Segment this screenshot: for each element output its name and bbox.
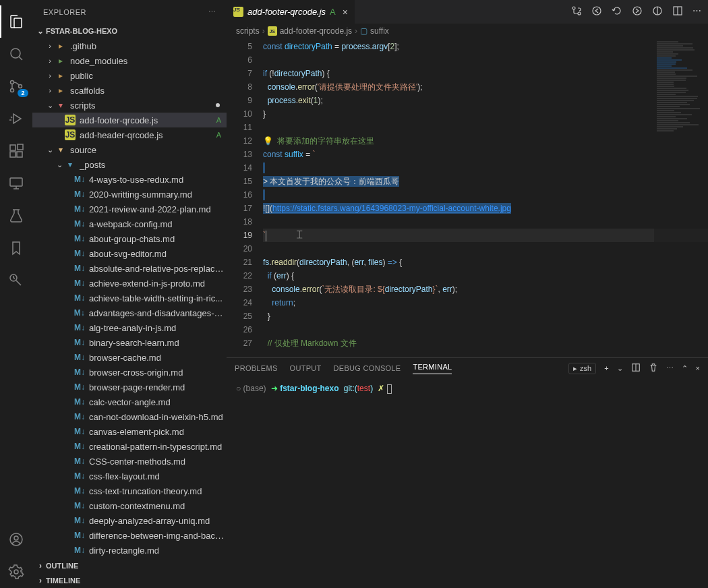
- svg-rect-5: [10, 152, 16, 157]
- breadcrumb-file[interactable]: add-footer-qrcode.js: [280, 26, 352, 36]
- code-content[interactable]: ⌶ const directoryPath = process.argv[2];…: [263, 38, 708, 357]
- breadcrumb-symbol[interactable]: suffix: [370, 26, 389, 36]
- tree-file[interactable]: M↓2020-writting-summary.md: [32, 187, 227, 202]
- compare-icon[interactable]: [571, 5, 582, 18]
- close-panel-icon[interactable]: ×: [696, 364, 700, 372]
- testing-icon[interactable]: [0, 200, 32, 232]
- tree-item-label: 2020-writting-summary.md: [89, 189, 192, 200]
- editor-main: JS add-footer-qrcode.js A × ⋯ scripts › …: [227, 0, 708, 588]
- tree-folder[interactable]: ›▸node_modules: [32, 53, 227, 68]
- new-terminal-icon[interactable]: +: [604, 364, 608, 372]
- chevron-down-icon: ⌄: [35, 26, 46, 36]
- maximize-icon[interactable]: ⌃: [682, 364, 688, 373]
- tree-file[interactable]: M↓canvas-element-pick.md: [32, 424, 227, 439]
- tree-file[interactable]: M↓alg-tree-analy-in-js.md: [32, 320, 227, 335]
- tree-file[interactable]: M↓css-text-truncation-theory.md: [32, 483, 227, 498]
- svg-rect-7: [18, 144, 23, 150]
- terminal-dropdown-icon[interactable]: ⌄: [617, 364, 623, 373]
- sidebar-more-icon[interactable]: ⋯: [208, 7, 216, 16]
- remote-icon[interactable]: [0, 167, 32, 200]
- tree-file[interactable]: M↓custom-contextmenu.md: [32, 498, 227, 513]
- svg-rect-4: [10, 145, 16, 150]
- minimap[interactable]: [654, 38, 708, 357]
- outline-section[interactable]: ›OUTLINE: [32, 558, 227, 573]
- tree-item-label: add-header-qrcode.js: [80, 130, 163, 140]
- more-icon[interactable]: ⋯: [692, 5, 701, 18]
- tree-item-label: source: [70, 145, 96, 155]
- tree-file[interactable]: M↓binary-search-learn.md: [32, 335, 227, 350]
- search-icon[interactable]: [0, 38, 32, 70]
- markdown-icon: M↓: [74, 174, 85, 185]
- tree-folder[interactable]: ›▸scaffolds: [32, 83, 227, 98]
- editor[interactable]: 5678910111213141516171819202122232425262…: [227, 38, 708, 357]
- markdown-icon: M↓: [74, 218, 85, 229]
- tree-file[interactable]: M↓can-not-download-in-weixin-h5.md: [32, 409, 227, 424]
- tab-file[interactable]: JS add-footer-qrcode.js A ×: [227, 0, 355, 24]
- svg-point-16: [633, 7, 641, 15]
- tree-file[interactable]: M↓calc-vector-angle.md: [32, 394, 227, 409]
- tree-folder[interactable]: ›▸public: [32, 68, 227, 83]
- tree-file[interactable]: M↓about-group-chats.md: [32, 231, 227, 246]
- revert-icon[interactable]: [612, 5, 622, 18]
- tree-file[interactable]: M↓achieve-table-width-setting-in-ric...: [32, 291, 227, 305]
- breadcrumbs[interactable]: scripts › JS add-footer-qrcode.js › ▢ su…: [227, 24, 708, 38]
- breadcrumb-folder[interactable]: scripts: [236, 26, 260, 36]
- tree-file[interactable]: JSadd-footer-qrcode.jsA: [32, 113, 227, 127]
- tree-file[interactable]: M↓achieve-extend-in-js-proto.md: [32, 276, 227, 291]
- tree-file[interactable]: M↓absolute-and-relative-pos-replace...: [32, 261, 227, 276]
- timeline-section[interactable]: ›TIMELINE: [32, 573, 227, 588]
- tree-file[interactable]: M↓browser-cache.md: [32, 350, 227, 365]
- toggle-diff-icon[interactable]: [652, 5, 663, 18]
- editor-tabs: JS add-footer-qrcode.js A × ⋯: [227, 0, 708, 24]
- tab-terminal[interactable]: TERMINAL: [413, 363, 452, 374]
- tree-folder[interactable]: ⌄▾scripts: [32, 98, 227, 113]
- history-icon[interactable]: [0, 264, 32, 297]
- shell-selector[interactable]: ▸zsh: [568, 363, 596, 374]
- terminal-body[interactable]: ○ (base) ➜ fstar-blog-hexo git:(test) ✗: [227, 378, 708, 588]
- tree-file[interactable]: M↓CSS-center-methods.md: [32, 454, 227, 469]
- tree-file[interactable]: M↓browser-cross-origin.md: [32, 365, 227, 380]
- more-icon[interactable]: ⋯: [666, 364, 674, 373]
- tree-item-label: CSS-center-methods.md: [89, 457, 185, 467]
- modified-dot-icon: [216, 103, 220, 107]
- tree-file[interactable]: M↓dirty-rectangle.md: [32, 543, 227, 558]
- close-icon[interactable]: ×: [343, 7, 348, 18]
- prompt-env: (base): [243, 384, 266, 393]
- account-icon[interactable]: [0, 523, 32, 556]
- trash-icon[interactable]: [649, 363, 658, 374]
- tree-file[interactable]: M↓css-flex-layout.md: [32, 469, 227, 483]
- tree-file[interactable]: M↓creational-pattern-in-typescript.md: [32, 439, 227, 454]
- tab-output[interactable]: OUTPUT: [290, 364, 322, 372]
- tree-file[interactable]: M↓a-webpack-config.md: [32, 216, 227, 231]
- tree-folder[interactable]: ⌄▾_posts: [32, 157, 227, 172]
- split-icon[interactable]: [672, 5, 683, 18]
- explorer-icon[interactable]: [0, 5, 32, 38]
- settings-icon[interactable]: [0, 556, 32, 588]
- tree-file[interactable]: M↓2021-review-and-2022-plan.md: [32, 202, 227, 216]
- tree-file[interactable]: JSadd-header-qrcode.jsA: [32, 127, 227, 142]
- prompt-dir: fstar-blog-hexo: [280, 384, 338, 393]
- project-section[interactable]: ⌄ FSTAR-BLOG-HEXO: [32, 24, 227, 38]
- scm-icon[interactable]: 2: [0, 70, 32, 102]
- tree-folder[interactable]: ⌄▾source: [32, 142, 227, 157]
- bookmark-icon[interactable]: [0, 232, 32, 264]
- tree-file[interactable]: M↓about-svg-editor.md: [32, 246, 227, 261]
- tree-file[interactable]: M↓difference-between-img-and-back...: [32, 528, 227, 543]
- sidebar-title: EXPLORER: [43, 8, 86, 16]
- markdown-icon: M↓: [74, 486, 85, 496]
- extensions-icon[interactable]: [0, 135, 32, 167]
- run-prev-icon[interactable]: [591, 5, 602, 18]
- tree-file[interactable]: M↓advantages-and-disadvantages-of...: [32, 305, 227, 320]
- tree-file[interactable]: M↓deeply-analyzed-array-uniq.md: [32, 513, 227, 528]
- tab-problems[interactable]: PROBLEMS: [235, 364, 278, 372]
- tree-folder[interactable]: ›▸.github: [32, 38, 227, 53]
- tree-file[interactable]: M↓4-ways-to-use-redux.md: [32, 172, 227, 187]
- tree-file[interactable]: M↓browser-page-render.md: [32, 380, 227, 394]
- debug-icon[interactable]: [0, 102, 32, 135]
- svg-point-15: [593, 7, 601, 15]
- file-tree[interactable]: ›▸.github›▸node_modules›▸public›▸scaffol…: [32, 38, 227, 558]
- run-next-icon[interactable]: [632, 5, 643, 18]
- split-terminal-icon[interactable]: [631, 363, 641, 374]
- tree-item-label: browser-page-render.md: [89, 382, 185, 392]
- tab-debug-console[interactable]: DEBUG CONSOLE: [334, 364, 401, 372]
